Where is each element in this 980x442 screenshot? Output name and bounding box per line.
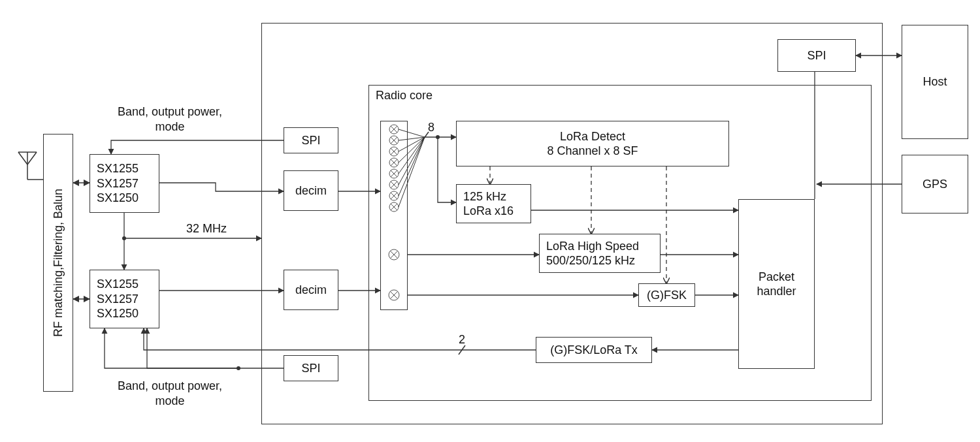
decim-b-label: decim [295,283,327,298]
cfg-top-label: Band, output power, mode [98,104,242,134]
lora-125khz: 125 kHz LoRa x16 [456,184,531,223]
packet-handler-line1: Packet [759,270,794,285]
gfsk-lora-tx-label: (G)FSK/LoRa Tx [550,343,638,358]
spi-radio-a: SPI [284,127,338,153]
sx1257-a: SX1257 [97,176,139,191]
spiB-node [237,366,240,370]
decim-a-label: decim [295,183,327,198]
antenna-icon [18,152,43,180]
gps-block: GPS [902,155,968,213]
cfg-bot-line1: Band, output power, [118,379,222,394]
spi-radio-b-label: SPI [301,361,320,376]
cfg-top-line2: mode [155,119,184,134]
bus8-label: 8 [428,121,434,134]
gfsk-rx: (G)FSK [638,283,695,307]
svg-line-4 [27,152,37,165]
decim-b: decim [284,270,338,310]
sx1257-b: SX1257 [97,292,139,307]
mixer-column [380,121,408,310]
lora-detect-line1: LoRa Detect [560,129,625,144]
packet-handler-line2: handler [757,284,796,299]
bus2-label: 2 [459,333,465,347]
spi-host: SPI [777,39,856,72]
lora-125khz-line1: 125 kHz [463,189,506,204]
gps-label: GPS [923,177,947,192]
lora-hs-line1: LoRa High Speed [546,239,639,254]
spiB-to-sxB-b [105,328,238,368]
transceiver-a: SX1255 SX1257 SX1250 [90,154,159,213]
decim-a: decim [284,170,338,211]
cfg-bot-label: Band, output power, mode [98,379,242,408]
lora-hs-line2: 500/250/125 kHz [546,253,635,268]
gfsk-rx-label: (G)FSK [647,288,687,303]
lora-125khz-line2: LoRa x16 [463,204,514,219]
sx1255-a: SX1255 [97,161,139,176]
spi-host-label: SPI [807,48,826,63]
cfg-bot-line2: mode [155,394,184,409]
rf-balun-block: RF matching,Filtering, Balun [43,134,73,392]
spi-radio-b: SPI [284,355,338,381]
radio-core-title: Radio core [376,89,433,103]
clk-label: 32 MHz [186,222,227,236]
rf-balun-label: RF matching,Filtering, Balun [51,189,66,337]
cfg-top-line1: Band, output power, [118,104,222,119]
lora-detect-line2: 8 Channel x 8 SF [547,144,638,159]
gfsk-lora-tx: (G)FSK/LoRa Tx [536,337,652,363]
lora-detect: LoRa Detect 8 Channel x 8 SF [456,121,729,166]
svg-line-3 [18,152,27,165]
spiA-to-sxA [111,140,284,154]
host-block: Host [902,25,968,139]
host-label: Host [923,74,947,89]
spi-radio-a-label: SPI [301,133,320,148]
sx1250-b: SX1250 [97,306,139,321]
clk-node [122,236,126,240]
sx1255-b: SX1255 [97,277,139,292]
packet-handler: Packet handler [738,199,815,369]
lora-high-speed: LoRa High Speed 500/250/125 kHz [539,234,661,273]
transceiver-b: SX1255 SX1257 SX1250 [90,270,159,328]
sx1250-a: SX1250 [97,191,139,206]
